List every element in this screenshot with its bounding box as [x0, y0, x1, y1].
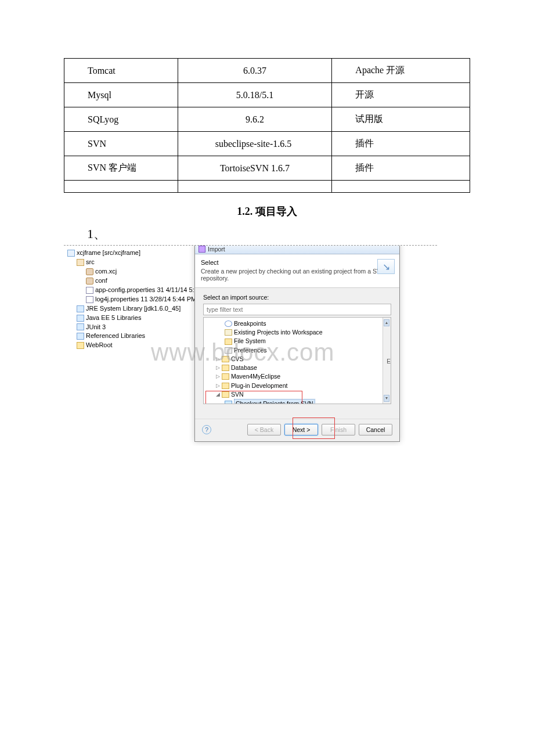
table-row: SQLyog 9.6.2 试用版 — [64, 107, 470, 132]
import-tree[interactable]: ▴ ▾ E Breakpoints Existing Projects into… — [203, 317, 391, 404]
library-icon — [77, 315, 84, 322]
src-folder[interactable]: src — [67, 258, 192, 267]
tree-label: Maven4MyEclipse — [231, 372, 280, 381]
table-row: SVN subeclipse-site-1.6.5 插件 — [64, 132, 470, 156]
cell: 开源 — [332, 83, 470, 107]
tree-item-breakpoints[interactable]: Breakpoints — [206, 319, 388, 328]
source-folder-icon — [77, 259, 84, 266]
collapse-icon[interactable]: ◢ — [215, 391, 220, 398]
cell: subeclipse-site-1.6.5 — [178, 132, 332, 156]
dialog-footer: ? < Back Next > Finish Cancel — [195, 419, 399, 441]
lib-label: Referenced Libraries — [86, 332, 145, 341]
scroll-up-icon[interactable]: ▴ — [384, 319, 389, 326]
tree-item-filesystem[interactable]: File System — [206, 337, 388, 345]
expand-icon[interactable]: ▷ — [215, 382, 220, 390]
tree-label: CVS — [231, 355, 244, 363]
library-icon — [77, 333, 84, 340]
tree-label: Plug-in Development — [231, 381, 287, 390]
file-node[interactable]: app-config.properties 31 4/11/14 5:20 PM… — [67, 286, 192, 295]
tree-label-selected: Checkout Projects from SVN — [234, 399, 315, 404]
project-label: xcjframe [src/xcjframe] — [77, 249, 140, 258]
tree-label: Preferences — [234, 346, 267, 355]
tree-item-checkout[interactable]: Checkout Projects from SVN — [206, 399, 388, 404]
dialog-titlebar[interactable]: Import — [195, 245, 399, 254]
package-node[interactable]: conf — [67, 276, 192, 286]
tree-item-database[interactable]: ▷Database — [206, 363, 388, 372]
library-icon — [77, 305, 84, 312]
cell: 5.0.18/5.1 — [178, 83, 332, 107]
dialog-header: Select Create a new project by checking … — [195, 254, 399, 288]
env-table: Tomcat 6.0.37 Apache 开源 Mysql 5.0.18/5.1… — [64, 58, 470, 193]
expand-icon[interactable]: ▷ — [215, 355, 220, 363]
webroot-folder[interactable]: WebRoot — [67, 341, 192, 350]
back-button: < Back — [247, 424, 281, 435]
cell — [178, 181, 332, 193]
help-button[interactable]: ? — [202, 425, 211, 434]
project-explorer[interactable]: xcjframe [src/xcjframe] src com.xcj conf… — [67, 249, 192, 350]
cell: 试用版 — [332, 107, 470, 132]
lib-label: Java EE 5 Libraries — [86, 314, 141, 323]
tree-label: Existing Projects into Workspace — [234, 328, 323, 337]
project-root[interactable]: xcjframe [src/xcjframe] — [67, 249, 192, 258]
file-icon — [86, 287, 93, 294]
svn-checkout-icon — [225, 401, 232, 404]
cell: Apache 开源 — [332, 59, 470, 83]
expand-icon[interactable]: ▷ — [215, 364, 220, 372]
lib-label: JUnit 3 — [86, 323, 106, 332]
tree-label: Database — [231, 363, 257, 372]
folder-icon — [222, 356, 229, 362]
package-node[interactable]: com.xcj — [67, 267, 192, 276]
project-icon — [67, 250, 75, 257]
dialog-body: Select an import source: ▴ ▾ E Breakpoin… — [195, 288, 399, 408]
scroll-down-icon[interactable]: ▾ — [384, 395, 389, 402]
cancel-button[interactable]: Cancel — [359, 424, 392, 435]
tree-item-svn[interactable]: ◢SVN — [206, 390, 388, 399]
eclipse-screenshot: www.bdocx.com questMa ✎ Search xcjframe … — [64, 245, 437, 446]
cell: Mysql — [64, 83, 178, 107]
import-arrow-icon: ↘ — [377, 259, 395, 274]
library-node[interactable]: JRE System Library [jdk1.6.0_45] — [67, 304, 192, 314]
expand-icon[interactable]: ▷ — [215, 373, 220, 380]
cell: SVN 客户端 — [64, 156, 178, 181]
package-icon — [86, 268, 93, 275]
file-icon — [86, 296, 93, 303]
dialog-heading: Select — [201, 259, 394, 266]
cell — [64, 181, 178, 193]
folder-icon — [222, 391, 229, 398]
tree-item-cvs[interactable]: ▷CVS — [206, 355, 388, 363]
dialog-title: Import — [208, 246, 225, 253]
table-row — [64, 181, 470, 193]
table-row: SVN 客户端 TortoiseSVN 1.6.7 插件 — [64, 156, 470, 181]
import-icon — [199, 246, 205, 253]
folder-icon — [225, 329, 232, 336]
finish-button: Finish — [322, 424, 355, 435]
folder-icon — [222, 365, 229, 371]
cell: SQLyog — [64, 107, 178, 132]
table-row: Tomcat 6.0.37 Apache 开源 — [64, 59, 470, 83]
next-button[interactable]: Next > — [284, 424, 318, 435]
filter-input[interactable] — [203, 304, 391, 315]
file-node[interactable]: log4j.properties 11 3/28/14 5:44 PM jian… — [67, 295, 192, 304]
folder-icon — [222, 383, 229, 389]
library-node[interactable]: JUnit 3 — [67, 323, 192, 332]
library-node[interactable]: Referenced Libraries — [67, 332, 192, 341]
preferences-icon — [225, 347, 232, 354]
tree-item-preferences[interactable]: Preferences — [206, 346, 388, 355]
pkg-label: conf — [95, 276, 107, 286]
pkg-label: com.xcj — [95, 267, 117, 276]
cell: 插件 — [332, 132, 470, 156]
folder-icon — [222, 373, 229, 380]
breakpoint-icon — [225, 321, 232, 327]
scroll-label: E — [387, 358, 391, 365]
tree-item-maven[interactable]: ▷Maven4MyEclipse — [206, 372, 388, 381]
source-label: Select an import source: — [203, 294, 391, 301]
cell: Tomcat — [64, 59, 178, 83]
tree-label: File System — [234, 337, 266, 345]
import-dialog: Import Select Create a new project by ch… — [194, 245, 400, 442]
cell: 6.0.37 — [178, 59, 332, 83]
folder-icon — [77, 342, 84, 349]
library-node[interactable]: Java EE 5 Libraries — [67, 314, 192, 323]
tree-item-existing[interactable]: Existing Projects into Workspace — [206, 328, 388, 337]
tree-label: Breakpoints — [234, 319, 266, 328]
tree-item-plugin[interactable]: ▷Plug-in Development — [206, 381, 388, 390]
